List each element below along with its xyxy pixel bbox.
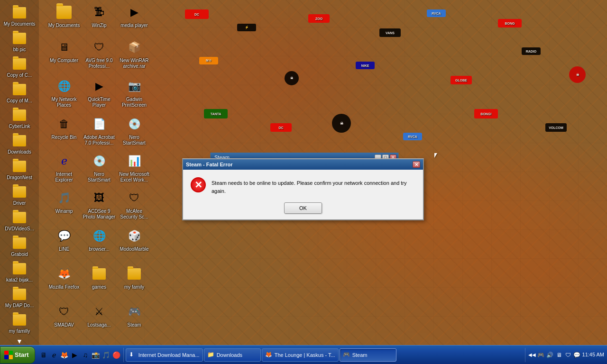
desktop-icon-gadwin[interactable]: 📷 Gadwin PrintScreen [118,78,151,108]
quicklaunch-firefox[interactable]: 🦊 [60,350,69,360]
quicklaunch-ie[interactable]: ℯ [49,350,59,360]
start-label: Start [15,351,29,358]
desktop-icon-smadav[interactable]: 🛡 SMADAV [47,303,81,328]
sidebar-item-driver[interactable]: Driver [2,183,37,208]
desktop-icon-nero[interactable]: 💿 Nero StartSmart [118,116,151,146]
folder-icon [12,108,27,123]
quicklaunch-show-desktop[interactable]: 🖥 [39,350,48,360]
desktop-icon-winzip[interactable]: 🗜 WinZip [83,4,116,28]
firefox-icon: 🦊 [55,265,73,282]
icon-label: My Network Places [47,97,81,108]
desktop-icon-quicktime[interactable]: ▶ QuickTime Player [83,78,116,108]
tray-speaker-icon[interactable]: 🔊 [546,351,554,359]
icon-label: Nero StartSmart [83,172,116,183]
taskbar-item-steam[interactable]: 🎮 Steam [340,348,396,362]
sidebar-item-downloads[interactable]: Downloads [2,132,37,156]
ok-button[interactable]: OK [284,202,322,214]
quicklaunch-extra1[interactable]: 📸 [91,350,101,360]
icon-label: Lostsaga... [88,322,111,328]
desktop-icon-ie[interactable]: ℯ Internet Explorer [47,153,81,183]
sidebar-scroll-arrow[interactable]: ▼ [15,337,24,345]
desktop-icon-adobe[interactable]: 📄 Adobe Acrobat 7.0 Professi... [83,116,116,146]
media-player-icon: ▶ [126,4,143,21]
sidebar-item-dragonnest[interactable]: DragonNest [2,157,37,182]
avg-icon: 🛡 [91,39,108,56]
taskbar-items: ⬇ Internet Download Mana... 📁 Downloads … [124,348,525,362]
dialog-content: ✕ Steam needs to be online to update. Pl… [183,170,423,200]
sidebar-item-my-documents[interactable]: My Documents [2,4,37,28]
desktop-icon-games[interactable]: games [83,265,116,290]
sticker-brand3: RVCA [427,9,446,17]
desktop-icon-firefox[interactable]: 🦊 Mozilla Firefox [47,265,81,290]
sticker-brand11: RVCA [403,133,422,140]
desktop-icon-myfamily[interactable]: my family [118,265,151,290]
quicklaunch-extra2[interactable]: 🎵 [101,350,111,360]
dialog-titlebar: Steam - Fatal Error ✕ [183,159,423,170]
desktop-icon-recycle-bin[interactable]: 🗑 Recycle Bin [47,116,81,140]
icon-label: Mozilla Firefox [49,284,79,290]
sidebar-item-copy-c[interactable]: Copy of C... [2,55,37,80]
desktop-icon-browser[interactable]: 🌐 browser... [83,228,116,252]
icon-label: ACDSee 9 Photo Manager [83,209,116,220]
tray-message-icon[interactable]: 💬 [573,351,581,359]
desktop-icon-modoo[interactable]: 🎲 ModooMarble [118,228,151,252]
tray-network-icon[interactable]: 🖥 [555,351,563,359]
adobe-icon: 📄 [91,116,108,133]
desktop-icon-excel[interactable]: 📊 New Microsoft Excel Work... [118,153,151,183]
sticker-brand4: BONG [498,19,522,27]
sticker-brand9: DC [270,123,292,132]
desktop-icon-lostsaga[interactable]: ⚔ Lostsaga... [83,303,116,328]
desktop-icon-avg[interactable]: 🛡 AVG free 9.0 Professi... [83,39,116,69]
quicklaunch-media-player[interactable]: ▶ [70,350,80,360]
sidebar-item-kata2[interactable]: kata2 bijak... [2,260,37,284]
games-icon [91,265,108,282]
tray-expand-button[interactable]: ◀◀ [528,352,536,357]
start-button[interactable]: Start [0,346,35,364]
desktop: DC ⚡ ZOO VANS RVCA BONG M☆ ☠ NIKE GLOBE … [0,0,607,345]
dialog-buttons-area: OK [183,200,423,219]
sticker-brand6: RADIO [522,47,541,55]
desktop-icon-steam[interactable]: 🎮 Steam [118,303,151,328]
desktop-icon-network[interactable]: 🌐 My Network Places [47,78,81,108]
sidebar-item-label: CyberLink [9,124,30,129]
tray-steam-icon[interactable]: 🎮 [537,351,545,359]
sidebar-item-copy-m[interactable]: Copy of M... [2,81,37,105]
taskbar-item-idm[interactable]: ⬇ Internet Download Mana... [126,348,203,362]
tray-security-icon[interactable]: 🛡 [564,351,572,359]
dialog-message: Steam needs to be online to update. Plea… [212,177,415,195]
desktop-icon-acdsee[interactable]: 🖼 ACDSee 9 Photo Manager [83,190,116,220]
icon-label: New Microsoft Excel Work... [118,172,151,183]
icon-label: Recycle Bin [52,135,77,140]
dialog-close-button[interactable]: ✕ [413,161,420,168]
taskbar-item-lounge[interactable]: 🦊 The Lounge | Kaskus - T... [262,348,339,362]
sidebar-item-label: Copy of M... [7,98,32,104]
sidebar-item-my-familly[interactable]: my familly [2,311,37,336]
folder-icon [12,159,27,174]
desktop-icon-winamp[interactable]: 🎵 Winamp [47,190,81,214]
sidebar-item-my-dap[interactable]: My DAP Do... [2,285,37,310]
sticker-dc: DC [185,9,209,19]
quicklaunch-winamp[interactable]: ♫ [81,350,90,360]
sidebar-item-label: DragonNest [7,175,32,181]
winamp-icon: 🎵 [55,190,73,207]
icon-label: ModooMarble [120,246,148,252]
desktop-icon-mcafee[interactable]: 🛡 McAfee Security Sc... [118,190,151,220]
desktop-icon-nero2[interactable]: 💿 Nero StartSmart [83,153,116,183]
sidebar-item-dvdvideos[interactable]: DVDVideoS... [2,209,37,233]
desktop-icon-winrar[interactable]: 📦 New WinRAR archive.rar [118,39,151,69]
desktop-icon-my-computer[interactable]: 🖥 My Computer [47,39,81,64]
network-icon: 🌐 [55,78,73,95]
desktop-icon-media-player[interactable]: ▶ media player [118,4,151,28]
sidebar-item-graboid[interactable]: Graboid [2,234,37,259]
icon-label: Gadwin PrintScreen [118,97,151,108]
sidebar-item-bb-pic[interactable]: bb pic [2,29,37,54]
sidebar-item-label: Driver [13,200,26,206]
taskbar-item-downloads[interactable]: 📁 Downloads [204,348,261,362]
desktop-icon-my-documents[interactable]: My Documents [47,4,81,28]
folder-icon [12,184,27,200]
quicklaunch-extra3[interactable]: 🔴 [112,350,121,360]
sidebar-item-cyberlink[interactable]: CyberLink [2,106,37,131]
modoo-icon: 🎲 [126,228,143,245]
desktop-icon-line[interactable]: 💬 LINE [47,228,81,252]
folder-icon [12,82,27,97]
